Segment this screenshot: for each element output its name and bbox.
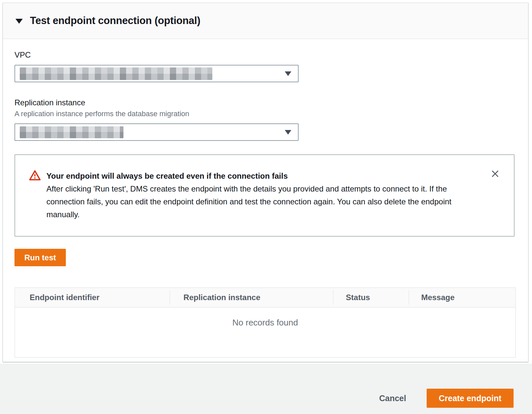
alert-content: Your endpoint will always be created eve… <box>46 169 474 221</box>
alert-body-text: After clicking 'Run test', DMS creates t… <box>46 182 474 221</box>
page: Test endpoint connection (optional) VPC … <box>0 0 532 414</box>
form-actions-bar: Cancel Create endpoint <box>0 364 532 414</box>
cancel-button[interactable]: Cancel <box>379 394 406 403</box>
empty-state-message: No records found <box>15 308 515 328</box>
replication-instance-redacted-value <box>20 126 123 138</box>
column-header-endpoint-identifier: Endpoint identifier <box>15 288 170 307</box>
run-test-button[interactable]: Run test <box>14 249 66 266</box>
panel-title: Test endpoint connection (optional) <box>30 15 200 27</box>
vpc-label: VPC <box>14 50 516 60</box>
replication-instance-select[interactable] <box>14 123 299 141</box>
table-body: No records found <box>15 308 515 357</box>
test-endpoint-panel: Test endpoint connection (optional) VPC … <box>3 3 528 362</box>
vpc-redacted-value <box>20 67 212 80</box>
column-header-replication-instance: Replication instance <box>170 288 332 307</box>
close-icon[interactable] <box>490 169 500 179</box>
collapse-caret-icon <box>15 19 23 24</box>
endpoint-warning-alert: Your endpoint will always be created eve… <box>14 154 515 237</box>
vpc-select[interactable] <box>14 65 299 82</box>
dropdown-caret-icon <box>285 130 291 135</box>
panel-body: VPC Replication instance A replication i… <box>3 50 528 358</box>
warning-triangle-icon <box>29 170 41 221</box>
test-results-table: Endpoint identifier Replication instance… <box>14 287 516 358</box>
replication-instance-field-group: Replication instance A replication insta… <box>14 98 516 141</box>
alert-title: Your endpoint will always be created eve… <box>46 169 474 182</box>
replication-instance-description: A replication instance performs the data… <box>14 110 516 118</box>
column-header-message: Message <box>409 288 515 307</box>
panel-header-toggle[interactable]: Test endpoint connection (optional) <box>3 3 528 39</box>
create-endpoint-button[interactable]: Create endpoint <box>427 389 514 408</box>
replication-instance-label: Replication instance <box>14 98 516 107</box>
dropdown-caret-icon <box>285 71 291 76</box>
table-header-row: Endpoint identifier Replication instance… <box>15 288 515 308</box>
column-header-status: Status <box>333 288 409 307</box>
vpc-field-group: VPC <box>14 50 516 82</box>
